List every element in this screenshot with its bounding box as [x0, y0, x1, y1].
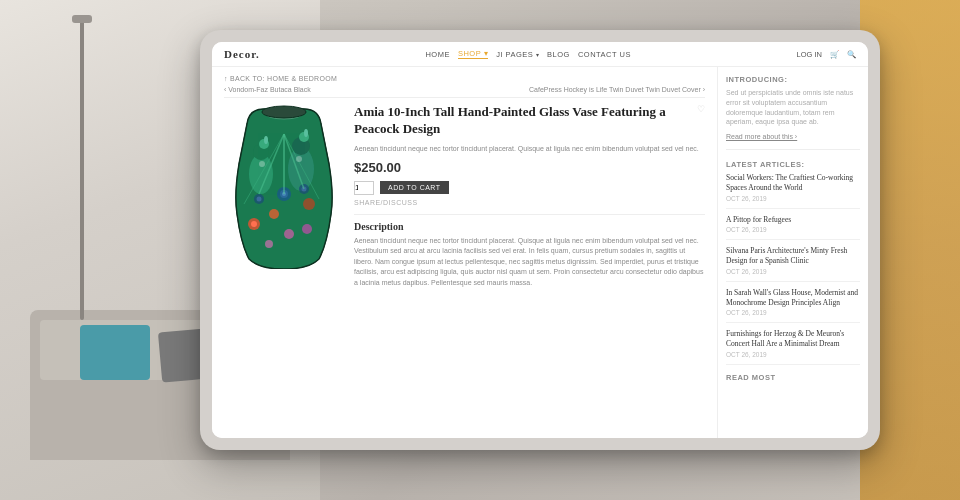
svg-point-31 [262, 106, 306, 118]
nav-blog[interactable]: BLOG [547, 50, 570, 59]
laptop-screen-outer: Decor. HOME SHOP ▾ JI PAGES BLOG CONTACT… [200, 30, 880, 450]
svg-point-26 [265, 240, 273, 248]
article-title-5[interactable]: Furnishings for Herzog & De Meuron's Con… [726, 329, 860, 349]
sidebar-read-most-label: READ MOST [726, 373, 860, 382]
site-main: ↑ BACK TO: HOME & BEDROOM Vondom-Faz But… [212, 67, 868, 438]
sidebar-article-2: A Pittop for Refugees Oct 26, 2019 [726, 215, 860, 241]
sidebar-article-3: Silvana Paris Architecture's Minty Fresh… [726, 246, 860, 282]
wishlist-icon[interactable]: ♡ [697, 104, 705, 114]
prev-product[interactable]: Vondom-Faz Butaca Black [224, 86, 311, 93]
share-label: SHARE/DISCUSS [354, 199, 705, 206]
nav-ji-pages[interactable]: JI PAGES [496, 50, 539, 59]
article-title-4[interactable]: In Sarah Wall's Glass House, Modernist a… [726, 288, 860, 308]
site-sidebar: INTRODUCING: Sed ut perspiciatis unde om… [718, 67, 868, 438]
sidebar-article-4: In Sarah Wall's Glass House, Modernist a… [726, 288, 860, 324]
sidebar-read-more[interactable]: Read more about this › [726, 133, 797, 140]
product-image-container [224, 104, 344, 288]
next-product[interactable]: CafePress Hockey is Life Twin Duvet Twin… [529, 86, 705, 93]
header-actions: LOG IN 🛒 🔍 [797, 50, 856, 59]
sidebar-latest-articles: LATEST ARTICLES: Social Workers: The Cra… [726, 160, 860, 365]
pillow-teal [80, 325, 150, 380]
laptop-container: Decor. HOME SHOP ▾ JI PAGES BLOG CONTACT… [200, 30, 900, 470]
product-short-description: Aenean tincidunt neque nec tortor tincid… [354, 144, 705, 154]
nav-contact[interactable]: CONTACT US [578, 50, 631, 59]
nav-home[interactable]: HOME [425, 50, 450, 59]
article-title-2[interactable]: A Pittop for Refugees [726, 215, 860, 225]
product-navigation: Vondom-Faz Butaca Black CafePress Hockey… [224, 86, 705, 98]
product-image [229, 104, 339, 264]
sidebar-article-5: Furnishings for Herzog & De Meuron's Con… [726, 329, 860, 365]
description-text: Aenean tincidunt neque nec tortor tincid… [354, 236, 705, 289]
product-section: ↑ BACK TO: HOME & BEDROOM Vondom-Faz But… [212, 67, 718, 438]
svg-point-12 [303, 198, 315, 210]
description-title: Description [354, 221, 705, 232]
sidebar-intro-label: INTRODUCING: [726, 75, 860, 84]
svg-point-28 [259, 161, 265, 167]
svg-point-4 [264, 136, 268, 144]
nav-shop[interactable]: SHOP ▾ [458, 49, 488, 59]
sidebar-intro-text: Sed ut perspiciatis unde omnis iste natu… [726, 88, 860, 127]
article-title-1[interactable]: Social Workers: The Craftiest Co-working… [726, 173, 860, 193]
article-title-3[interactable]: Silvana Paris Architecture's Minty Fresh… [726, 246, 860, 266]
breadcrumb: ↑ BACK TO: HOME & BEDROOM [224, 75, 705, 82]
quantity-input[interactable] [354, 181, 374, 195]
product-title: Amia 10-Inch Tall Hand-Painted Glass Vas… [354, 104, 705, 138]
cart-icon[interactable]: 🛒 [830, 50, 839, 59]
svg-point-10 [251, 221, 257, 227]
product-price: $250.00 [354, 160, 705, 175]
lamp-decoration [80, 20, 84, 320]
article-date-4: Oct 26, 2019 [726, 309, 860, 316]
product-details: ♡ Amia 10-Inch Tall Hand-Painted Glass V… [354, 104, 705, 288]
svg-point-27 [302, 224, 312, 234]
article-date-2: Oct 26, 2019 [726, 226, 860, 233]
svg-point-17 [257, 197, 262, 202]
product-add-row: ADD TO CART [354, 181, 705, 195]
website-content: Decor. HOME SHOP ▾ JI PAGES BLOG CONTACT… [212, 42, 868, 438]
site-nav: HOME SHOP ▾ JI PAGES BLOG CONTACT US [425, 49, 631, 59]
sidebar-introducing: INTRODUCING: Sed ut perspiciatis unde om… [726, 75, 860, 150]
sidebar-article-1: Social Workers: The Craftiest Co-working… [726, 173, 860, 209]
sidebar-latest-label: LATEST ARTICLES: [726, 160, 860, 169]
svg-point-29 [296, 156, 302, 162]
site-header: Decor. HOME SHOP ▾ JI PAGES BLOG CONTACT… [212, 42, 868, 67]
svg-point-25 [284, 229, 294, 239]
article-date-1: Oct 26, 2019 [726, 195, 860, 202]
svg-point-8 [304, 129, 308, 137]
svg-point-11 [269, 209, 279, 219]
description-section: Description Aenean tincidunt neque nec t… [354, 214, 705, 289]
add-to-cart-button[interactable]: ADD TO CART [380, 181, 449, 194]
article-date-5: Oct 26, 2019 [726, 351, 860, 358]
article-date-3: Oct 26, 2019 [726, 268, 860, 275]
site-logo: Decor. [224, 48, 260, 60]
search-icon[interactable]: 🔍 [847, 50, 856, 59]
product-layout: ♡ Amia 10-Inch Tall Hand-Painted Glass V… [224, 104, 705, 288]
laptop-screen-inner: Decor. HOME SHOP ▾ JI PAGES BLOG CONTACT… [212, 42, 868, 438]
login-button[interactable]: LOG IN [797, 50, 822, 59]
